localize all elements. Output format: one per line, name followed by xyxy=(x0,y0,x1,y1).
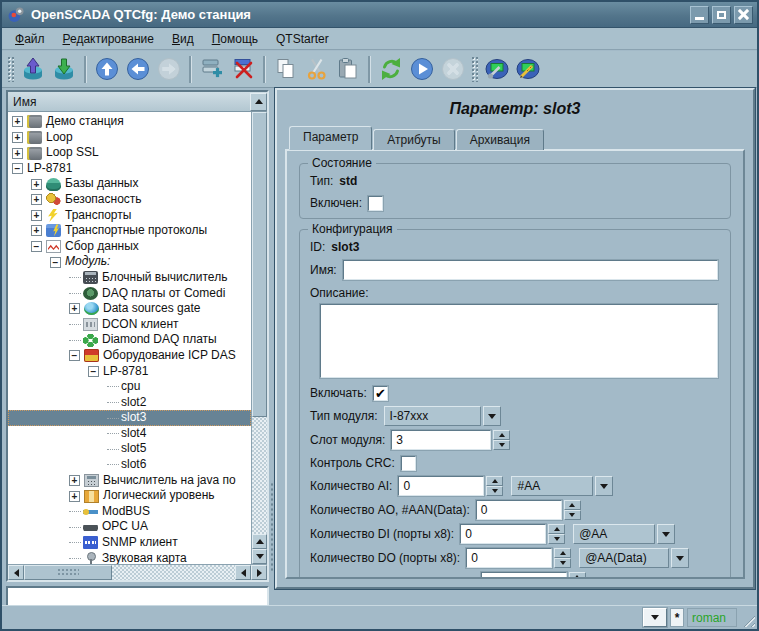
ai-count-spinbox[interactable]: 0 xyxy=(398,476,503,496)
toolbar-handle[interactable] xyxy=(471,56,478,82)
go-up-button[interactable] xyxy=(91,54,122,85)
close-button[interactable] xyxy=(734,6,753,24)
expand-icon[interactable] xyxy=(31,179,42,190)
tree-item-data-acquisition[interactable]: Сбор данных xyxy=(8,239,251,255)
tree-item-java-calc[interactable]: Вычислитель на java по xyxy=(8,473,251,489)
tree-item-slot4[interactable]: slot4 xyxy=(8,426,251,442)
spin-down-button[interactable] xyxy=(564,510,581,520)
spin-down-button[interactable] xyxy=(486,486,503,496)
horizontal-scrollbar[interactable] xyxy=(8,564,267,580)
collapse-icon[interactable] xyxy=(88,366,99,377)
scroll-left-button-2[interactable] xyxy=(235,565,251,580)
scroll-left-button[interactable] xyxy=(8,565,24,580)
do-mode-combo[interactable]: @AA(Data) xyxy=(579,548,689,568)
maximize-button[interactable] xyxy=(712,6,731,24)
spin-up-button[interactable] xyxy=(548,524,565,534)
tree-item-icp-das[interactable]: Оборудование ICP DAS xyxy=(8,348,251,364)
paste-item-button[interactable] xyxy=(332,54,363,85)
expand-icon[interactable] xyxy=(31,225,42,236)
tree-item-slot3[interactable]: slot3 xyxy=(8,410,251,426)
tree-item-lp8781-controller[interactable]: LP-8781 xyxy=(8,364,251,380)
vertical-scrollbar[interactable] xyxy=(251,112,267,564)
collapse-icon[interactable] xyxy=(50,257,61,268)
scrollbar-track[interactable] xyxy=(252,417,267,534)
crc-checkbox[interactable] xyxy=(401,456,416,471)
to-enable-checkbox[interactable] xyxy=(373,386,388,401)
di-mode-combo[interactable]: @AA xyxy=(573,524,675,544)
spin-up-button[interactable] xyxy=(569,572,586,579)
tree-item-databases[interactable]: Базы данных xyxy=(8,176,251,192)
tree-item-comedi[interactable]: DAQ платы от Comedi xyxy=(8,286,251,302)
tree-header[interactable]: Имя xyxy=(8,92,267,112)
tree-item-slot5[interactable]: slot5 xyxy=(8,441,251,457)
tree-item-cpu[interactable]: cpu xyxy=(8,379,251,395)
spin-up-button[interactable] xyxy=(493,430,510,440)
tree-view[interactable]: Демо станция Loop Loop SSL LP-8781 Базы … xyxy=(8,112,251,564)
add-item-button[interactable] xyxy=(196,54,227,85)
spin-down-button[interactable] xyxy=(548,534,565,544)
spin-up-button[interactable] xyxy=(564,500,581,510)
tree-item-lp8781[interactable]: LP-8781 xyxy=(8,161,251,177)
tree-item-slot6[interactable]: slot6 xyxy=(8,457,251,473)
spin-up-button[interactable] xyxy=(486,476,503,486)
collapse-icon[interactable] xyxy=(69,350,80,361)
tree-item-modbus[interactable]: ModBUS xyxy=(8,504,251,520)
expand-icon[interactable] xyxy=(12,132,23,143)
status-dropdown-button[interactable] xyxy=(643,608,667,627)
tree-item-data-sources-gate[interactable]: Data sources gate xyxy=(8,301,251,317)
delete-item-button[interactable] xyxy=(227,54,258,85)
menu-qtstarter[interactable]: QTStarter xyxy=(267,30,338,48)
chevron-down-icon[interactable] xyxy=(671,548,689,568)
scroll-right-button[interactable] xyxy=(251,565,267,580)
tree-item-demo-station[interactable]: Демо станция xyxy=(8,114,251,130)
load-from-db-button[interactable] xyxy=(17,54,48,85)
expand-icon[interactable] xyxy=(69,475,80,486)
tree-item-opc-ua[interactable]: OPC UA xyxy=(8,519,251,535)
copy-item-button[interactable] xyxy=(270,54,301,85)
ai-mode-combo[interactable]: #AA xyxy=(511,476,613,496)
qtstarter-configurator-button[interactable] xyxy=(481,54,512,85)
tree-item-sound-card[interactable]: Звуковая карта xyxy=(8,551,251,564)
save-to-db-button[interactable] xyxy=(48,54,79,85)
module-slot-spinbox[interactable]: 3 xyxy=(391,430,510,450)
start-button[interactable] xyxy=(406,54,437,85)
expand-icon[interactable] xyxy=(69,491,80,502)
qtstarter-tuner-button[interactable] xyxy=(512,54,543,85)
do-count-spinbox[interactable]: 0 xyxy=(466,548,571,568)
chevron-down-icon[interactable] xyxy=(595,476,613,496)
tree-item-logic-level[interactable]: Логический уровень xyxy=(8,488,251,504)
stop-button[interactable] xyxy=(437,54,468,85)
tree-item-loop-ssl[interactable]: Loop SSL xyxy=(8,145,251,161)
go-back-button[interactable] xyxy=(122,54,153,85)
enabled-checkbox[interactable] xyxy=(368,196,383,211)
tree-item-diamond-daq[interactable]: Diamond DAQ платы xyxy=(8,332,251,348)
tree-item-module-group[interactable]: Модуль: xyxy=(8,254,251,270)
tab-parameter[interactable]: Параметр xyxy=(289,126,372,150)
module-type-combo[interactable]: I-87xxx xyxy=(384,406,501,426)
spin-down-button[interactable] xyxy=(554,558,571,568)
tree-item-dcon-client[interactable]: DCON клиент xyxy=(8,317,251,333)
resize-grip[interactable] xyxy=(740,612,755,627)
description-textarea[interactable] xyxy=(320,304,718,378)
scroll-up-button[interactable] xyxy=(252,534,267,549)
tree-item-slot2[interactable]: slot2 xyxy=(8,395,251,411)
scrollbar-track[interactable] xyxy=(112,565,235,580)
chevron-down-icon[interactable] xyxy=(657,524,675,544)
go-forward-button[interactable] xyxy=(153,54,184,85)
tree-item-block-calc[interactable]: Блочный вычислитель xyxy=(8,270,251,286)
toolbar-handle[interactable] xyxy=(7,56,14,82)
tree-item-transports[interactable]: Транспорты xyxy=(8,208,251,224)
expand-icon[interactable] xyxy=(12,116,23,127)
collapse-icon[interactable] xyxy=(12,163,23,174)
refresh-button[interactable] xyxy=(375,54,406,85)
tab-archiving[interactable]: Архивация xyxy=(456,129,544,150)
expand-icon[interactable] xyxy=(31,210,42,221)
tree-item-security[interactable]: Безопасность xyxy=(8,192,251,208)
name-input[interactable] xyxy=(343,260,718,280)
tab-attributes[interactable]: Атрибуты xyxy=(373,129,454,150)
scrollbar-thumb[interactable] xyxy=(24,565,112,580)
menu-view[interactable]: Вид xyxy=(163,30,203,48)
di-count-spinbox[interactable]: 0 xyxy=(460,524,565,544)
tree-item-loop[interactable]: Loop xyxy=(8,130,251,146)
menu-edit[interactable]: Редактирование xyxy=(54,30,163,48)
